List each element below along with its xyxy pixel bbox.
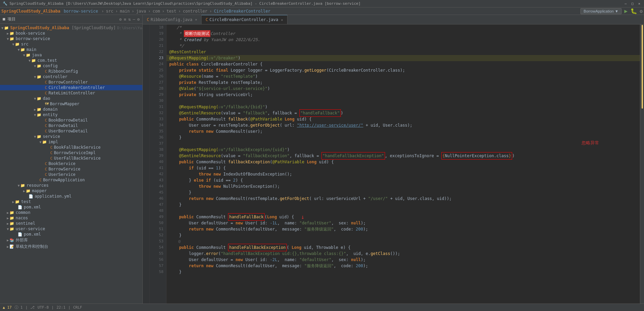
code-line-41: if (uid == 1) { bbox=[167, 165, 640, 171]
str: "${service-url.user-service}" bbox=[196, 86, 267, 92]
tree-item-impl[interactable]: ▼ 📁 impl bbox=[0, 139, 142, 145]
tree-item-scratch[interactable]: ▶ 📝 草稿文件和控制台 bbox=[0, 243, 142, 250]
expand-arrow[interactable]: ▼ bbox=[23, 53, 25, 57]
sidebar-minus-icon[interactable]: — bbox=[133, 17, 135, 22]
code-line-58: } bbox=[167, 269, 640, 275]
expand-arrow[interactable]: ▶ bbox=[12, 200, 14, 204]
tree-item-common[interactable]: ▶ 📁 common bbox=[0, 210, 142, 215]
tree-item-label: mapper bbox=[32, 188, 47, 193]
sidebar-expand-icon[interactable]: ⇅ bbox=[128, 17, 130, 22]
tree-item-src[interactable]: ▼ 📁 src bbox=[0, 41, 142, 47]
tree-item-entity[interactable]: ▼ 📁 entity bbox=[0, 112, 142, 117]
expand-arrow[interactable]: ▶ bbox=[7, 211, 9, 215]
tree-item-dao[interactable]: ▼ 📁 dao bbox=[0, 96, 142, 101]
folder-icon: 📁 bbox=[10, 227, 14, 231]
tree-item-userfallbackservice[interactable]: C UserFallBackService bbox=[0, 156, 142, 161]
expand-arrow[interactable]: ▶ bbox=[7, 245, 9, 249]
tree-item-borrowcontroller[interactable]: C BorrowController bbox=[0, 79, 142, 85]
run-config-selector[interactable]: BorrowApplication ▼ bbox=[580, 8, 622, 14]
tree-item-nacos[interactable]: ▶ 📁 nacos bbox=[0, 215, 142, 221]
tree-item-label: pom.xml bbox=[24, 205, 41, 209]
expand-arrow[interactable]: ▶ bbox=[34, 108, 36, 111]
expand-arrow[interactable]: ▼ bbox=[34, 64, 36, 68]
com-crumb: com bbox=[153, 9, 160, 14]
expand-arrow[interactable]: ▼ bbox=[7, 37, 9, 41]
expand-arrow[interactable]: ▼ bbox=[34, 75, 36, 79]
str: "handleFallBackException uid:{},throwabl… bbox=[221, 251, 346, 257]
tree-item-applicationyml[interactable]: 📄 application.yml bbox=[0, 194, 142, 199]
code: } bbox=[169, 177, 194, 183]
code-line-50: User defaultUser = new User( id: -1L, na… bbox=[167, 220, 640, 226]
folder-icon: 📁 bbox=[20, 48, 25, 52]
tree-item-borrowmapper[interactable]: 🗺 BorrowMapper bbox=[0, 101, 142, 107]
annotation: @RequestMapping( bbox=[169, 147, 219, 153]
fn: getLogger bbox=[304, 67, 326, 73]
expand-arrow[interactable]: ▼ bbox=[34, 97, 36, 100]
tree-item-controller[interactable]: ▼ 📁 controller bbox=[0, 74, 142, 79]
expand-arrow[interactable]: ▼ bbox=[1, 26, 3, 30]
expand-arrow[interactable]: ▼ bbox=[34, 135, 36, 139]
tree-item-userborrowdetail[interactable]: C UserBorrowDetail bbox=[0, 128, 142, 134]
expand-arrow[interactable]: ▶ bbox=[23, 189, 25, 193]
tree-item-ratelimitcontroller[interactable]: C RateLimitController bbox=[0, 90, 142, 96]
tree-item-main[interactable]: ▼ 📁 main bbox=[0, 47, 142, 52]
tree-item-comtest[interactable]: ▼ 📁 com.test bbox=[0, 58, 142, 63]
tree-item-service[interactable]: ▼ 📁 service bbox=[0, 134, 142, 139]
tree-item-bookfallbackservice[interactable]: C BookFallBackService bbox=[0, 145, 142, 150]
tree-item-test[interactable]: ▶ 📁 test bbox=[0, 199, 142, 204]
expand-arrow[interactable]: ▼ bbox=[34, 113, 36, 117]
tree-item-label: BorrowServiceImpl bbox=[54, 150, 96, 155]
expand-arrow[interactable]: ▶ bbox=[7, 216, 9, 220]
tree-item-userpomxml[interactable]: 📄 pom.xml bbox=[0, 232, 142, 237]
build-icon[interactable]: ⚙ bbox=[640, 8, 643, 14]
tree-item-borrowapplication[interactable]: C BorrowApplication bbox=[0, 177, 142, 183]
tree-item-project-root[interactable]: ▼ 📁 SpringCloudStudy_Alibaba [SpringClou… bbox=[0, 25, 142, 31]
tree-item-borrowdetail[interactable]: C BorrowDetail bbox=[0, 123, 142, 128]
expand-arrow[interactable]: ▼ bbox=[12, 42, 14, 46]
test-crumb: test bbox=[167, 9, 176, 14]
tab-close-icon[interactable]: ✕ bbox=[195, 18, 197, 21]
tree-item-java[interactable]: ▼ 📁 java bbox=[0, 52, 142, 58]
tab-close-icon[interactable]: ✕ bbox=[281, 18, 283, 22]
tree-item-borrowserviceimpl[interactable]: C BorrowServiceImpl bbox=[0, 150, 142, 156]
expand-arrow[interactable]: ▼ bbox=[18, 48, 20, 52]
expand-arrow[interactable]: ▼ bbox=[7, 227, 9, 231]
tree-item-config[interactable]: ▼ 📁 config bbox=[0, 63, 142, 69]
expand-arrow[interactable]: ▶ bbox=[7, 32, 9, 35]
tree-item-external-libs[interactable]: ▶ 📚 外部库 bbox=[0, 237, 142, 243]
close-button[interactable]: ✕ bbox=[637, 2, 641, 6]
expand-arrow[interactable]: ▼ bbox=[39, 140, 41, 144]
tree-item-userservice-folder[interactable]: ▼ 📁 user-service bbox=[0, 226, 142, 232]
tree-item-borrow-service[interactable]: ▼ 📁 borrow-service bbox=[0, 36, 142, 41]
tree-item-bookservice[interactable]: C BookService bbox=[0, 161, 142, 166]
tree-item-book-service[interactable]: ▶ 📁 book-service bbox=[0, 31, 142, 36]
tree-item-pomxml[interactable]: 📄 pom.xml bbox=[0, 204, 142, 210]
tab-circlebreakercontroller[interactable]: C CircleBreakerController.java ✕ bbox=[202, 15, 288, 24]
str: "/user/" bbox=[368, 196, 388, 202]
sidebar-gear-icon[interactable]: ⚙ bbox=[137, 17, 140, 22]
tree-item-ribbonconfig[interactable]: C RibbonConfig bbox=[0, 69, 142, 74]
run-icon[interactable]: ▶ bbox=[624, 8, 628, 14]
sidebar-settings-icon[interactable]: ⚙ bbox=[119, 17, 122, 22]
expand-arrow[interactable]: ▼ bbox=[18, 184, 20, 187]
debug-icon[interactable]: 🐛 bbox=[630, 8, 637, 14]
tree-item-domain[interactable]: ▶ 📁 domain bbox=[0, 107, 142, 112]
code-content[interactable]: /* * 熔断功能测试Controller * Created by YuanJ… bbox=[167, 24, 640, 304]
expand-arrow[interactable]: ▶ bbox=[7, 222, 9, 225]
tree-item-circlebreakercontroller[interactable]: C CircleBreakerController bbox=[0, 85, 142, 90]
sidebar-layout-icon[interactable]: ≡ bbox=[124, 17, 126, 22]
tab-ribbonconfig[interactable]: C RibbonConfig.java ✕ bbox=[143, 15, 202, 24]
tree-item-userservice[interactable]: C UserService bbox=[0, 172, 142, 177]
tree-item-borrowservice[interactable]: C BorrowService bbox=[0, 166, 142, 172]
kw2: null bbox=[351, 257, 361, 263]
expand-arrow[interactable]: ▼ bbox=[29, 59, 31, 62]
expand-arrow[interactable]: ▶ bbox=[7, 238, 9, 242]
java-tab-icon: C bbox=[206, 17, 208, 22]
minimize-button[interactable]: — bbox=[624, 2, 628, 6]
maximize-button[interactable]: □ bbox=[630, 2, 634, 6]
tree-item-bookborrowdetail[interactable]: C BookBorrowDetail bbox=[0, 117, 142, 123]
tree-item-resources[interactable]: ▼ 📁 resources bbox=[0, 183, 142, 188]
tree-item-mapper-folder[interactable]: ▶ 📁 mapper bbox=[0, 188, 142, 194]
tree-item-sentinel[interactable]: ▶ 📁 sentinel bbox=[0, 221, 142, 226]
right-gutter[interactable] bbox=[640, 24, 644, 304]
